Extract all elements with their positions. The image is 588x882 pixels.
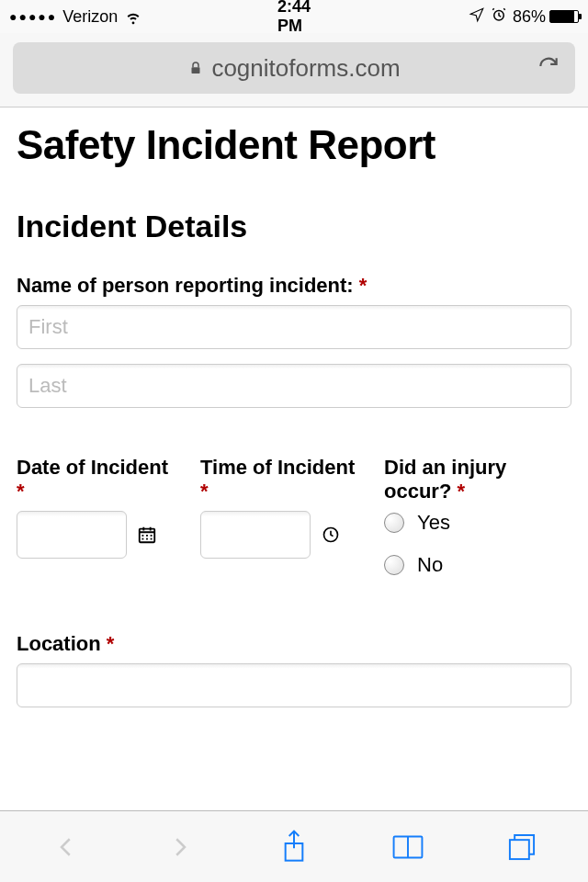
required-asterisk: * — [200, 480, 209, 503]
injury-label: Did an injury occur? * — [384, 456, 568, 503]
injury-yes-option[interactable]: Yes — [384, 511, 568, 535]
svg-rect-3 — [142, 535, 144, 537]
time-label: Time of Incident * — [200, 456, 366, 503]
svg-rect-5 — [151, 535, 153, 537]
first-name-input[interactable] — [17, 305, 571, 349]
required-asterisk: * — [457, 480, 465, 503]
required-asterisk: * — [17, 480, 25, 503]
radio-label: No — [417, 553, 443, 577]
share-button[interactable] — [276, 829, 312, 865]
date-input[interactable] — [17, 511, 127, 559]
battery-icon — [549, 10, 579, 23]
clock-icon[interactable] — [320, 524, 342, 546]
back-button[interactable] — [48, 829, 85, 865]
clock-label: 2:44 PM — [277, 0, 311, 36]
bookmarks-button[interactable] — [390, 829, 426, 865]
browser-chrome: cognitoforms.com — [0, 33, 588, 107]
injury-no-option[interactable]: No — [384, 553, 568, 577]
forward-button[interactable] — [162, 829, 198, 865]
wifi-icon — [123, 6, 143, 27]
lock-icon — [187, 54, 204, 83]
radio-label: Yes — [417, 511, 450, 535]
last-name-input[interactable] — [17, 364, 571, 408]
required-asterisk: * — [359, 274, 368, 297]
url-domain: cognitoforms.com — [211, 54, 400, 83]
radio-icon — [384, 555, 404, 575]
carrier-label: Verizon — [62, 7, 118, 27]
page-title: Safety Incident Report — [17, 122, 571, 168]
battery-pct-label: 86% — [513, 7, 546, 27]
location-icon — [469, 6, 485, 28]
location-input[interactable] — [17, 663, 571, 707]
location-label: Location * — [17, 632, 571, 656]
date-label: Date of Incident * — [17, 456, 182, 503]
calendar-icon[interactable] — [136, 524, 158, 546]
tabs-button[interactable] — [503, 829, 540, 865]
svg-rect-6 — [142, 538, 144, 540]
reload-button[interactable] — [537, 54, 560, 82]
battery-indicator: 86% — [513, 7, 579, 27]
svg-rect-12 — [510, 840, 529, 859]
signal-dots-icon: ●●●●● — [9, 9, 57, 24]
svg-rect-7 — [146, 538, 148, 540]
browser-toolbar — [0, 810, 588, 882]
required-asterisk: * — [107, 632, 115, 655]
svg-rect-8 — [151, 538, 153, 540]
section-heading: Incident Details — [17, 209, 571, 244]
form-body: Safety Incident Report Incident Details … — [0, 107, 588, 737]
address-bar[interactable]: cognitoforms.com — [13, 42, 575, 94]
svg-rect-4 — [146, 535, 148, 537]
alarm-icon — [491, 6, 507, 28]
radio-icon — [384, 513, 404, 533]
time-input[interactable] — [200, 511, 311, 559]
reporter-name-label: Name of person reporting incident: * — [17, 274, 571, 298]
svg-rect-1 — [192, 67, 200, 74]
status-bar: ●●●●● Verizon 2:44 PM 86% — [0, 0, 588, 33]
